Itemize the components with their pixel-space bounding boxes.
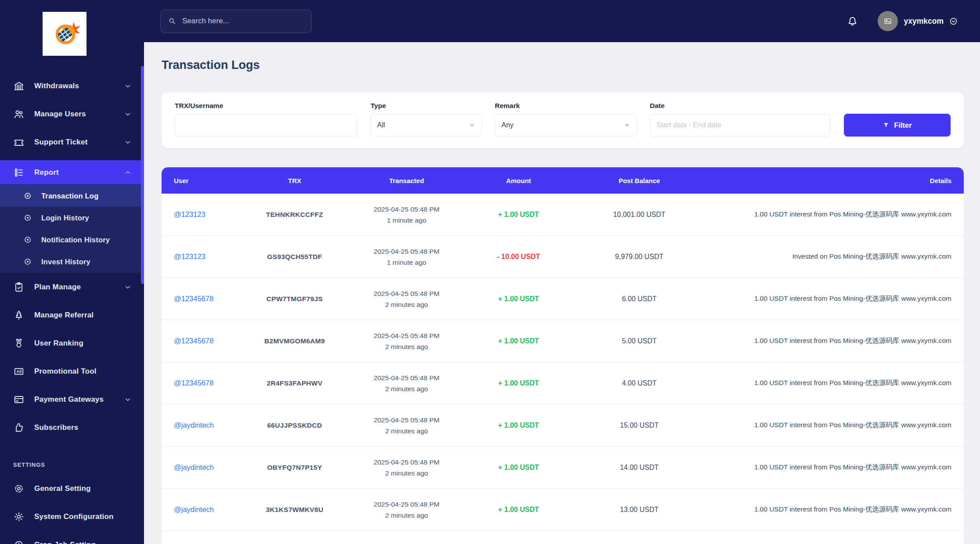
- chevron-down-icon: [124, 138, 132, 146]
- avatar[interactable]: [878, 11, 898, 31]
- col-amount: Amount: [464, 177, 573, 184]
- filter-card: TRX/Username Type All Remark Any Date: [162, 92, 964, 148]
- sidebar-scrollbar[interactable]: [141, 66, 144, 284]
- user-link[interactable]: @jaydintech: [174, 505, 214, 513]
- medal-icon: [13, 338, 25, 349]
- chevron-down-icon: [124, 283, 132, 291]
- sidebar-subitem-notification-history[interactable]: Notification History: [0, 229, 144, 251]
- chevron-down-circle-icon[interactable]: [949, 17, 958, 26]
- post-balance-cell: 6.00 USDT: [573, 295, 705, 303]
- details-cell: 1.00 USDT interest from Pos Mining-优选源码库…: [705, 294, 951, 303]
- dot-circle-icon: [23, 235, 32, 245]
- type-select-value: All: [377, 121, 385, 129]
- details-cell: 1.00 USDT interest from Pos Mining-优选源码库…: [705, 336, 951, 346]
- trx-code: CPW7TMGF79JS: [240, 295, 349, 303]
- trx-code: TEHNKRKCCFFZ: [240, 211, 349, 219]
- clipboard-check-icon: [13, 281, 25, 293]
- transacted-cell: 2025-04-25 05:48 PM2 minutes ago: [349, 457, 464, 479]
- sidebar-item-withdrawals[interactable]: Withdrawals: [0, 76, 144, 96]
- topbar: yxymkcom: [144, 0, 980, 42]
- chevron-down-icon: [624, 122, 630, 128]
- user-link[interactable]: @12345678: [174, 295, 213, 303]
- details-cell: 1.00 USDT interest from Pos Mining-优选源码库…: [705, 421, 951, 430]
- table-row: @123123 TEHNKRKCCFFZ 2025-04-25 05:48 PM…: [162, 194, 964, 236]
- remark-select[interactable]: Any: [495, 114, 637, 137]
- sidebar-subitem-transaction-log[interactable]: Transaction Log: [0, 185, 144, 207]
- post-balance-cell: 13.00 USDT: [573, 506, 705, 514]
- trx-username-input[interactable]: [181, 121, 351, 129]
- chevron-down-icon: [124, 110, 132, 118]
- amount-cell: - 10.00 USDT: [464, 253, 573, 261]
- table-row: @jaydintech 66UJJPSSKDCD 2025-04-25 05:4…: [162, 404, 964, 447]
- chevron-down-icon: [469, 122, 475, 128]
- date-range-input[interactable]: [656, 121, 824, 129]
- user-link[interactable]: @jaydintech: [174, 463, 214, 471]
- sidebar-item-support-ticket[interactable]: Support Ticket: [0, 132, 144, 152]
- amount-cell: + 1.00 USDT: [464, 464, 573, 472]
- transacted-cell: 2025-04-25 05:48 PM2 minutes ago: [349, 414, 464, 436]
- settings-section-label: SETTINGS: [0, 446, 144, 479]
- post-balance-cell: 10,001.00 USDT: [573, 211, 705, 219]
- topbar-right: yxymkcom: [847, 11, 980, 31]
- avatar-image-icon: [883, 17, 892, 25]
- user-link[interactable]: @12345678: [174, 379, 213, 387]
- trx-code: 66UJJPSSKDCD: [240, 422, 349, 429]
- sidebar-item-system-configuration[interactable]: System Configuration: [0, 507, 144, 527]
- user-link[interactable]: @123123: [174, 252, 205, 260]
- funnel-icon: [883, 122, 890, 129]
- post-balance-cell: 14.00 USDT: [573, 464, 705, 472]
- sidebar: Withdrawals Manage Users Support Ticket …: [0, 0, 144, 544]
- col-transacted: Transacted: [349, 177, 464, 184]
- amount-cell: + 1.00 USDT: [464, 211, 573, 219]
- brand-logo[interactable]: [43, 12, 86, 56]
- page-title: Transaction Logs: [162, 57, 964, 73]
- col-details: Details: [705, 177, 951, 184]
- dot-circle-icon: [23, 191, 32, 201]
- bell-icon[interactable]: [847, 15, 858, 27]
- sidebar-item-manage-referral[interactable]: Manage Referral: [0, 305, 144, 325]
- transacted-cell: 2025-04-25 05:48 PM1 minute ago: [349, 246, 464, 268]
- sidebar-subitem-invest-history[interactable]: Invest History: [0, 251, 144, 273]
- ad-icon: [13, 366, 25, 377]
- sidebar-item-plan-manage[interactable]: Plan Manage: [0, 277, 144, 297]
- chevron-down-icon: [124, 396, 132, 403]
- trx-code: GS93QCH55TDF: [240, 253, 349, 261]
- table-row: @jaydintech 3K1KS7WMKV8U 2025-04-25 05:4…: [162, 489, 964, 531]
- user-link[interactable]: @12345678: [174, 337, 213, 345]
- search-input[interactable]: [182, 17, 304, 25]
- dot-circle-icon: [23, 257, 32, 267]
- col-post-balance: Post Balance: [573, 177, 705, 184]
- user-link[interactable]: @jaydintech: [174, 421, 214, 429]
- sidebar-item-promotional-tool[interactable]: Promotional Tool: [0, 361, 144, 382]
- type-select[interactable]: All: [371, 114, 482, 137]
- filter-button[interactable]: Filter: [844, 114, 951, 137]
- ring-icon: [13, 483, 25, 494]
- amount-cell: + 1.00 USDT: [464, 379, 573, 387]
- sun-globe-logo-icon: [49, 18, 80, 50]
- remark-label: Remark: [495, 102, 637, 110]
- col-user: User: [174, 177, 240, 184]
- amount-cell: + 1.00 USDT: [464, 422, 573, 429]
- trx-code: OBYFQ7N7P15Y: [240, 464, 349, 472]
- sidebar-subitem-login-history[interactable]: Login History: [0, 207, 144, 229]
- sidebar-item-cron-job-setting[interactable]: Cron Job Setting: [0, 535, 144, 544]
- details-cell: Invested on Pos Mining-优选源码库 www.yxymk.c…: [705, 252, 951, 261]
- search-box: [160, 10, 312, 33]
- transacted-cell: 2025-04-25 05:48 PM2 minutes ago: [349, 288, 464, 310]
- remark-field: Remark Any: [495, 102, 637, 137]
- sidebar-item-general-setting[interactable]: General Setting: [0, 479, 144, 499]
- trx-code: 2R4FS3FAPHWV: [240, 379, 349, 387]
- details-cell: 1.00 USDT interest from Pos Mining-优选源码库…: [705, 378, 951, 388]
- sidebar-item-user-ranking[interactable]: User Ranking: [0, 333, 144, 353]
- date-field: Date: [650, 102, 830, 137]
- sidebar-item-subscribers[interactable]: Subscribers: [0, 418, 144, 438]
- amount-cell: + 1.00 USDT: [464, 295, 573, 303]
- sidebar-item-report[interactable]: Report: [0, 160, 144, 184]
- sidebar-item-payment-gateways[interactable]: Payment Gateways: [0, 389, 144, 410]
- user-link[interactable]: @123123: [174, 210, 205, 218]
- list-icon: [13, 167, 25, 178]
- post-balance-cell: 4.00 USDT: [573, 379, 705, 387]
- post-balance-cell: 5.00 USDT: [573, 337, 705, 345]
- username[interactable]: yxymkcom: [904, 17, 944, 26]
- sidebar-item-manage-users[interactable]: Manage Users: [0, 104, 144, 124]
